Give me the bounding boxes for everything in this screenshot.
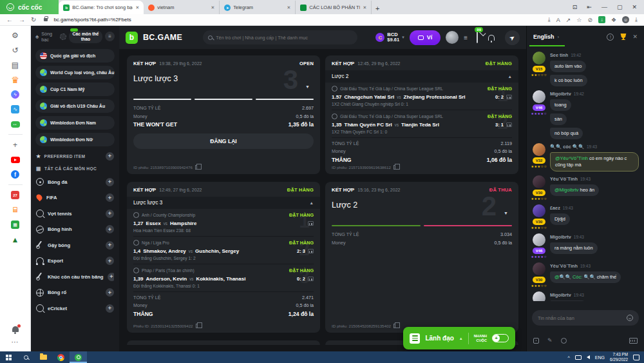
bet-leg[interactable]: 3 Pháp / Paris (Tòa án chính)ĐẶT HÀNG 1,… bbox=[133, 264, 314, 292]
chat-username[interactable]: Yêu`Vô`Tình bbox=[550, 263, 578, 269]
bet-title-row[interactable]: Lược 2 2 ▼ bbox=[332, 193, 512, 224]
sidebar-item-sport[interactable]: Bóng rổ+ bbox=[36, 288, 114, 297]
stats-icon[interactable] bbox=[308, 249, 314, 253]
download-manager-icon[interactable]: ↓ bbox=[598, 16, 605, 23]
sidebar-item-sport[interactable]: Gậy bóng+ bbox=[36, 241, 114, 250]
notifications-icon[interactable] bbox=[488, 35, 495, 41]
chat-username[interactable]: See tinh bbox=[550, 52, 568, 58]
bet-leg[interactable]: 2 Nga / Liga ProĐẶT HÀNG 1,4Shmakov, And… bbox=[133, 237, 314, 264]
spreadsheet-icon[interactable]: ▦ bbox=[11, 221, 19, 229]
minimize-button[interactable]: — bbox=[601, 4, 607, 10]
avatar[interactable] bbox=[533, 90, 545, 103]
pin-panel-icon[interactable]: ⇤ bbox=[587, 4, 592, 10]
expand-plus-button[interactable]: + bbox=[106, 288, 114, 297]
action-center-icon[interactable] bbox=[633, 355, 639, 360]
pen-icon[interactable]: ✎ bbox=[547, 337, 553, 344]
stats-icon[interactable] bbox=[308, 221, 314, 226]
calendar-icon[interactable]: 27 bbox=[11, 191, 19, 199]
dice-icon[interactable] bbox=[533, 338, 539, 344]
settings-gear-icon[interactable]: ⚙ bbox=[10, 30, 20, 40]
translate-icon[interactable]: A bbox=[556, 17, 560, 23]
chat-toggle-button[interactable]: ➤ bbox=[505, 30, 520, 45]
education-icon[interactable]: ▲ bbox=[10, 235, 20, 244]
hamburger-icon[interactable]: ≡ bbox=[105, 32, 115, 41]
expand-plus-button[interactable]: + bbox=[106, 210, 114, 218]
chrome-icon[interactable] bbox=[52, 351, 70, 363]
url-text[interactable]: bc.game/sports?bt-path=%2Fbets bbox=[53, 17, 131, 23]
avatar[interactable] bbox=[533, 262, 545, 275]
avatar[interactable] bbox=[533, 175, 545, 188]
avatar[interactable] bbox=[446, 31, 459, 44]
chat-username[interactable]: Yêu`Vô`Tình bbox=[550, 176, 578, 182]
share-icon[interactable]: ↗ bbox=[566, 17, 571, 23]
messages-icon[interactable]: 99 bbox=[477, 32, 478, 43]
expand-plus-button[interactable]: + bbox=[106, 304, 114, 313]
chart-app-icon[interactable]: ∿ bbox=[11, 105, 19, 113]
facebook-icon[interactable]: f bbox=[11, 170, 19, 179]
close-tab-icon[interactable]: ✕ bbox=[287, 5, 290, 10]
downloads-icon[interactable]: ⤓ bbox=[635, 16, 638, 23]
tab-telegram[interactable]: ➤ Telegram ✕ bbox=[220, 1, 296, 14]
sidebar-item-sport[interactable]: FIFA+ bbox=[36, 193, 114, 202]
sidebar-item-sport[interactable]: Khúc côn cầu trên băng+ bbox=[36, 273, 114, 281]
tab-bcgame[interactable]: b BC.Game: Trò chơi sòng bạc ✕ bbox=[59, 1, 144, 14]
add-preferred-button[interactable]: + bbox=[106, 152, 114, 161]
more-icon[interactable]: ⋯ bbox=[10, 337, 20, 347]
expand-plus-button[interactable]: + bbox=[106, 178, 114, 186]
stats-icon[interactable] bbox=[506, 123, 512, 127]
chevron-down-icon[interactable]: ▼ bbox=[305, 84, 310, 89]
file-explorer-icon[interactable] bbox=[35, 351, 52, 363]
close-tab-icon[interactable]: ✕ bbox=[363, 5, 366, 10]
sidebar-item-league[interactable]: Giải vô địch U19 Châu Âu bbox=[35, 99, 115, 113]
add-shortcut-icon[interactable]: + bbox=[10, 140, 20, 150]
search-input[interactable] bbox=[216, 35, 352, 41]
bet-title-row[interactable]: Lược 2▲ bbox=[325, 70, 518, 83]
bcgame-logo-text[interactable]: BC.GAME bbox=[143, 33, 182, 42]
avatar[interactable] bbox=[533, 52, 545, 64]
youtube-icon[interactable] bbox=[11, 157, 20, 163]
profile-icon[interactable]: ☺ bbox=[622, 16, 629, 23]
sidebar-item-sport[interactable]: Bóng đá+ bbox=[36, 178, 114, 186]
tab-search-icon[interactable]: ⊡ bbox=[573, 4, 578, 10]
chat-username[interactable]: Migoibrtv bbox=[550, 292, 571, 298]
mention[interactable]: @Migoibrtv bbox=[554, 187, 578, 193]
new-tab-button[interactable]: + bbox=[372, 5, 383, 14]
sidebar-item-sport[interactable]: Bóng hình+ bbox=[36, 225, 114, 233]
copy-icon[interactable] bbox=[393, 165, 397, 170]
expand-plus-button[interactable]: + bbox=[106, 225, 114, 233]
game-search[interactable] bbox=[203, 30, 357, 44]
chat-bubble[interactable]: sàn bbox=[550, 113, 567, 125]
volume-icon[interactable] bbox=[587, 355, 590, 359]
close-window-button[interactable]: ✕ bbox=[632, 4, 637, 10]
newsfeed-icon[interactable]: ▤ bbox=[10, 60, 20, 70]
mention[interactable]: @🔍🔍 Cóc: 🔍🔍 bbox=[554, 274, 596, 280]
chat-input[interactable] bbox=[538, 315, 623, 321]
all-sports-row[interactable]: ▦ TẤT CẢ CÁC MÔN HỌC bbox=[36, 166, 114, 172]
stats-icon[interactable] bbox=[308, 277, 314, 281]
copy-icon[interactable] bbox=[393, 324, 397, 328]
currency-selector[interactable]: C BCD $9.61 ▾ bbox=[375, 32, 404, 43]
bet-title-row[interactable]: Lược lược 3▲ bbox=[127, 197, 320, 209]
start-button[interactable] bbox=[0, 351, 17, 363]
chevron-down-icon[interactable]: ▼ bbox=[504, 211, 508, 215]
chevron-up-icon[interactable]: ▲ bbox=[508, 74, 512, 79]
chat-username[interactable]: Migoibrtv bbox=[550, 234, 571, 240]
trophy-icon[interactable] bbox=[620, 34, 627, 40]
coccoc-brand[interactable]: ◡ cốc cốc bbox=[0, 0, 59, 14]
save-page-icon[interactable]: ⤓ bbox=[548, 16, 551, 23]
sidebar-item-league[interactable]: Quốc gia giải vô địch bbox=[35, 49, 115, 63]
messenger-icon[interactable]: ϟ bbox=[11, 90, 19, 99]
bet-title-row[interactable]: Lược lược 3 3 ▼ bbox=[133, 66, 314, 97]
chevron-right-icon[interactable]: › bbox=[558, 34, 560, 40]
chat-username[interactable]: £aez bbox=[550, 205, 560, 211]
chat-bubble[interactable]: ra máng nằm luôn bbox=[550, 242, 598, 254]
chat-language-tab[interactable]: English bbox=[533, 34, 554, 40]
leaderboard-quickbet-bar[interactable]: Lãnh đạo ▲ NHANHCUỘC + bbox=[403, 327, 515, 349]
taskbar-search-icon[interactable] bbox=[17, 351, 35, 363]
sports-toggle-label[interactable]: Các môn thể thao bbox=[69, 30, 102, 43]
emoji-icon[interactable] bbox=[627, 315, 633, 321]
coccoc-taskbar-icon[interactable] bbox=[70, 351, 87, 363]
back-icon[interactable]: ← bbox=[6, 17, 13, 23]
bet-leg[interactable]: 1 Anh / County ChampionshipĐẶT HÀNG 1,27… bbox=[133, 209, 314, 237]
language-indicator[interactable]: ENG bbox=[595, 355, 605, 360]
